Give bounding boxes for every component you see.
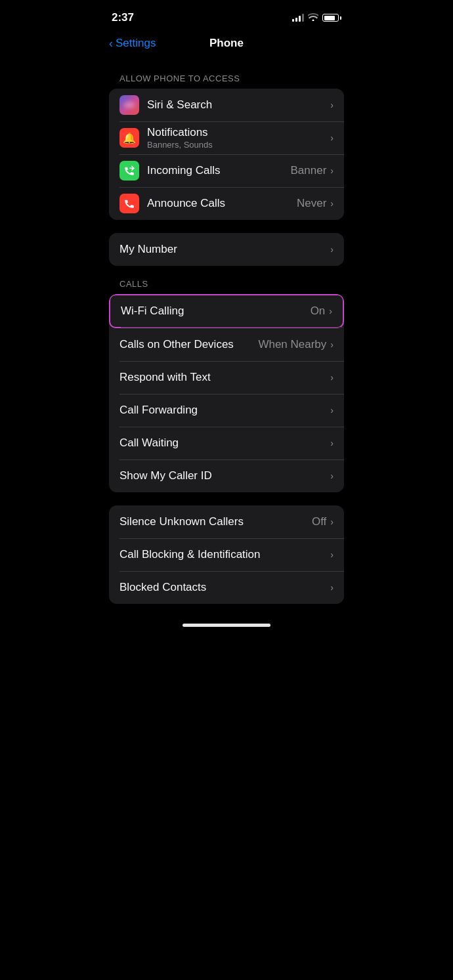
chevron-right-icon: › <box>330 372 334 383</box>
incoming-calls-value: Banner <box>291 164 327 177</box>
notifications-label: Notifications <box>147 126 330 139</box>
silence-unknown-label: Silence Unknown Callers <box>119 515 312 528</box>
chevron-right-icon: › <box>330 438 334 448</box>
my-number-group: My Number › <box>109 233 344 266</box>
call-waiting-label: Call Waiting <box>119 437 330 450</box>
content: Allow Phone to Access Siri & Search › 🔔 … <box>98 74 355 604</box>
bottom-section-group: Silence Unknown Callers Off › Call Block… <box>109 505 344 604</box>
call-forwarding-row[interactable]: Call Forwarding › <box>109 394 344 427</box>
status-bar: 2:37 <box>98 0 355 32</box>
call-blocking-label: Call Blocking & Identification <box>119 548 330 561</box>
my-number-label: My Number <box>119 243 330 256</box>
chevron-right-icon: › <box>330 339 334 350</box>
blocked-contacts-row[interactable]: Blocked Contacts › <box>109 571 344 604</box>
respond-text-label: Respond with Text <box>119 371 330 384</box>
calls-section-group: Wi-Fi Calling On › Calls on Other Device… <box>109 294 344 492</box>
call-blocking-row[interactable]: Call Blocking & Identification › <box>109 538 344 571</box>
chevron-right-icon: › <box>330 405 334 415</box>
respond-text-row[interactable]: Respond with Text › <box>109 361 344 394</box>
page-title: Phone <box>209 37 244 50</box>
wifi-calling-label: Wi-Fi Calling <box>121 305 311 318</box>
silence-unknown-row[interactable]: Silence Unknown Callers Off › <box>109 505 344 538</box>
wifi-icon <box>308 13 318 23</box>
notifications-icon: 🔔 <box>119 128 139 148</box>
siri-icon <box>119 95 139 115</box>
back-button[interactable]: ‹ Settings <box>109 37 156 51</box>
battery-icon <box>322 14 341 22</box>
home-indicator <box>98 617 355 631</box>
chevron-right-icon: › <box>330 133 334 143</box>
calls-other-devices-value: When Nearby <box>258 338 326 351</box>
my-number-row[interactable]: My Number › <box>109 233 344 266</box>
silence-unknown-value: Off <box>312 515 326 528</box>
announce-calls-label: Announce Calls <box>147 197 297 210</box>
call-waiting-row[interactable]: Call Waiting › <box>109 427 344 459</box>
chevron-right-icon: › <box>329 306 332 316</box>
notifications-label-wrap: Notifications Banners, Sounds <box>147 126 330 150</box>
nav-bar: ‹ Settings Phone <box>98 32 355 60</box>
allow-section-label: Allow Phone to Access <box>119 74 344 83</box>
siri-search-row[interactable]: Siri & Search › <box>109 89 344 121</box>
chevron-right-icon: › <box>330 198 334 209</box>
incoming-calls-row[interactable]: Incoming Calls Banner › <box>109 154 344 187</box>
wifi-calling-value: On <box>311 305 326 318</box>
announce-calls-row[interactable]: Announce Calls Never › <box>109 187 344 220</box>
calls-section-label: Calls <box>119 279 344 289</box>
announce-calls-icon <box>119 194 139 213</box>
chevron-right-icon: › <box>330 244 334 255</box>
signal-icon <box>292 14 304 22</box>
chevron-right-icon: › <box>330 165 334 176</box>
home-bar <box>183 624 270 627</box>
notifications-sublabel: Banners, Sounds <box>147 140 330 150</box>
siri-label: Siri & Search <box>147 98 330 112</box>
allow-section-group: Siri & Search › 🔔 Notifications Banners,… <box>109 89 344 220</box>
call-forwarding-label: Call Forwarding <box>119 404 330 417</box>
incoming-calls-icon <box>119 161 139 181</box>
back-chevron-icon: ‹ <box>109 37 113 51</box>
show-caller-id-row[interactable]: Show My Caller ID › <box>109 459 344 492</box>
notifications-row[interactable]: 🔔 Notifications Banners, Sounds › <box>109 121 344 154</box>
back-label: Settings <box>116 37 156 50</box>
chevron-right-icon: › <box>330 471 334 481</box>
chevron-right-icon: › <box>330 100 334 110</box>
blocked-contacts-label: Blocked Contacts <box>119 581 330 594</box>
status-icons <box>292 13 341 23</box>
show-caller-id-label: Show My Caller ID <box>119 469 330 482</box>
chevron-right-icon: › <box>330 549 334 560</box>
chevron-right-icon: › <box>330 582 334 593</box>
status-time: 2:37 <box>112 11 134 24</box>
announce-calls-value: Never <box>297 197 326 210</box>
incoming-calls-label: Incoming Calls <box>147 164 291 177</box>
calls-other-devices-label: Calls on Other Devices <box>119 338 258 351</box>
wifi-calling-row[interactable]: Wi-Fi Calling On › <box>109 294 344 328</box>
calls-other-devices-row[interactable]: Calls on Other Devices When Nearby › <box>109 328 344 361</box>
chevron-right-icon: › <box>330 517 334 527</box>
